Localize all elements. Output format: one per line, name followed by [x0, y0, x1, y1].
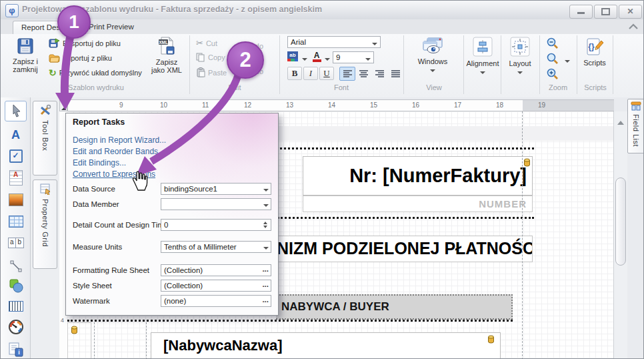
import-from-file-button[interactable]: Importuj z pliku [49, 53, 112, 66]
link-convert-to-expressions[interactable]: Convert to Expressions [73, 169, 155, 179]
windows-button[interactable]: Windows [413, 36, 453, 84]
copy-button[interactable]: Copy [196, 53, 225, 66]
view-group-label: View [405, 83, 463, 91]
chevron-down-icon[interactable] [261, 199, 271, 210]
link-edit-bindings[interactable]: Edit Bindings... [73, 158, 126, 167]
tab-field-list[interactable]: Field List [627, 99, 644, 153]
data-binding-icon [71, 326, 78, 334]
character-comb-tool-button[interactable]: ab [5, 233, 27, 254]
data-source-combo[interactable]: bindingSource1 [161, 183, 271, 195]
save-and-close-button[interactable]: Zapisz i zamknij [7, 36, 43, 84]
close-button[interactable]: ✕ [619, 5, 642, 19]
export-to-file-button[interactable]: Eksportuj do pliku [49, 38, 121, 51]
scroll-up-icon[interactable] [617, 121, 624, 125]
svg-text:{}: {} [588, 42, 595, 51]
align-center-button[interactable] [355, 67, 371, 81]
chevron-down-icon[interactable] [261, 242, 271, 252]
picture-tool-button[interactable] [5, 190, 27, 210]
data-member-combo[interactable] [161, 198, 271, 210]
underline-button[interactable]: U [319, 67, 334, 80]
alignment-button[interactable]: Alignment [466, 36, 499, 84]
zoom-out-button[interactable] [546, 37, 563, 51]
buyer-band[interactable]: NABYWCA / BUYER [276, 294, 513, 320]
export-icon [49, 38, 60, 48]
ellipsis-button[interactable]: ... [262, 294, 269, 305]
save-as-xml-label: Zapisz jako XML [149, 58, 185, 74]
pointer-tool-button[interactable] [5, 101, 27, 121]
pageinfo-icon: i [8, 342, 24, 358]
font-family-combo[interactable]: Arial [287, 36, 381, 48]
tab-property-grid[interactable]: Property Grid [33, 180, 57, 269]
ellipsis-button[interactable]: ... [262, 264, 269, 274]
barcode-tool-button[interactable] [5, 296, 27, 317]
minimize-button[interactable] [569, 5, 593, 19]
text-highlight-button[interactable]: ab [287, 51, 302, 63]
maximize-button[interactable] [594, 5, 617, 19]
font-color-dropdown-icon[interactable] [325, 58, 330, 61]
property-grid-label: Property Grid [41, 199, 49, 247]
spinner-arrows[interactable] [261, 220, 270, 230]
layout-label: Layout [503, 59, 537, 67]
vertical-scrollbar[interactable] [613, 111, 627, 359]
zoom-in-button[interactable] [546, 67, 563, 82]
copy-label: Copy [208, 53, 225, 61]
invoice-number-text: Nr: [NumerFaktury] [303, 157, 532, 194]
measure-units-combo[interactable]: Tenths of a Millimeter [161, 241, 271, 253]
font-size-combo[interactable]: 9 [333, 51, 374, 63]
pageinfo-tool-button[interactable]: i [5, 340, 27, 359]
align-left-button[interactable] [339, 67, 355, 81]
barcode-icon [9, 301, 23, 312]
popup-title: Report Tasks [73, 117, 125, 127]
cut-button[interactable]: ✂Cut [196, 38, 217, 51]
scripts-button[interactable]: {} Scripts [578, 36, 611, 84]
buyer-name-text: [NabywcaNazwa] [151, 333, 500, 358]
shape-tool-button[interactable] [5, 276, 27, 296]
layout-button[interactable]: Layout [503, 36, 537, 84]
split-payment-textbox[interactable]: NIZM PODZIELONEJ PŁATNOŚCI [276, 236, 533, 262]
label-tool-button[interactable]: A [5, 125, 27, 145]
tab-tool-box[interactable]: Tool Box [33, 101, 57, 175]
paste-button[interactable]: Paste [196, 67, 227, 81]
invoice-number-textbox[interactable]: Nr: [NumerFaktury] [303, 156, 533, 196]
gauge-tool-button[interactable] [5, 317, 27, 338]
italic-button[interactable]: I [303, 67, 318, 80]
zoom-button[interactable] [546, 52, 563, 67]
ellipsis-button[interactable]: ... [262, 279, 269, 290]
align-right-button[interactable] [371, 67, 387, 81]
step1-badge: 1 [57, 5, 91, 39]
buyer-name-textbox[interactable]: [NabywcaNazwa] [151, 332, 501, 359]
row-cell[interactable] [67, 322, 91, 359]
line-tool-button[interactable] [5, 256, 27, 277]
ruler-number: 13 [286, 101, 293, 109]
ruler-number: 12 [244, 101, 251, 109]
save-as-xml-button[interactable]: XML Zapisz jako XML [149, 36, 185, 84]
align-justify-button[interactable] [387, 67, 403, 81]
number-label-textbox[interactable]: NUMBER [303, 196, 533, 212]
formatting-rule-sheet-editor[interactable]: (Collection) ... [161, 264, 271, 276]
restore-default-layout-button[interactable]: ↻Przywróć układ domyślny [49, 67, 142, 81]
scripts-icon: {} [585, 37, 604, 56]
checkbox-tool-button[interactable]: ✓ [5, 146, 27, 167]
font-color-button[interactable]: A [310, 51, 323, 63]
zoom-dropdown-icon[interactable] [565, 60, 570, 63]
bold-button[interactable]: B [287, 67, 302, 80]
highlight-dropdown-icon[interactable] [302, 58, 307, 61]
detail-count-spinner[interactable]: 0 [161, 219, 271, 231]
chevron-down-icon[interactable] [261, 184, 271, 194]
richtext-tool-button[interactable]: A [5, 167, 27, 188]
ruler-number: 10 [160, 101, 167, 109]
group-separator [403, 35, 404, 94]
group-separator [463, 35, 464, 94]
checkbox-icon: ✓ [9, 149, 23, 163]
ruler-number: 17 [454, 101, 461, 109]
style-sheet-editor[interactable]: (Collection) ... [161, 280, 271, 292]
chevron-down-icon[interactable] [363, 53, 373, 62]
link-edit-and-reorder-bands[interactable]: Edit and Reorder Bands... [73, 147, 165, 156]
collapse-ribbon-chevron-icon[interactable] [628, 23, 639, 30]
chevron-down-icon[interactable] [370, 37, 379, 47]
scrollbar-thumb[interactable] [615, 177, 626, 266]
table-tool-button[interactable] [5, 212, 27, 232]
copy-icon [196, 53, 205, 62]
watermark-editor[interactable]: (none) ... [161, 295, 271, 307]
link-design-in-report-wizard[interactable]: Design in Report Wizard... [73, 135, 166, 145]
